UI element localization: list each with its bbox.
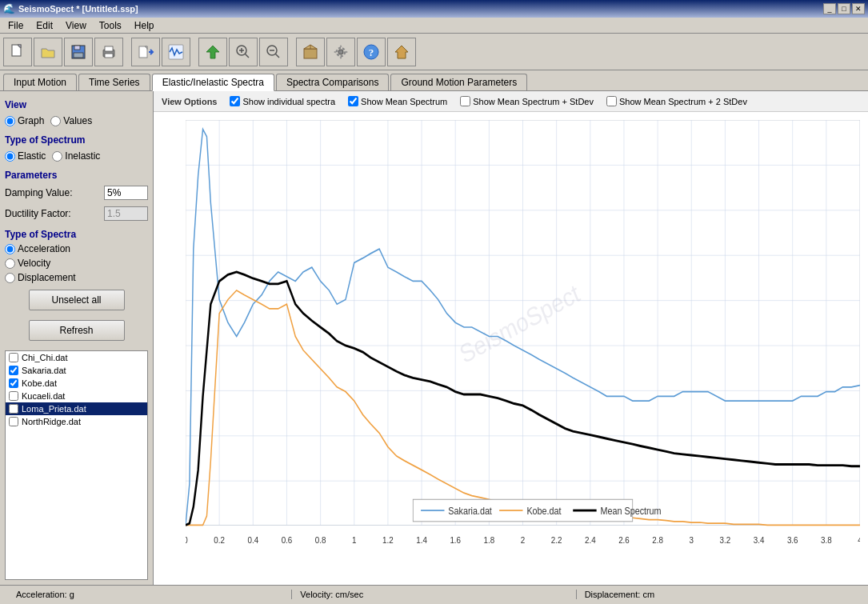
svg-text:2.4: 2.4 bbox=[585, 535, 596, 546]
minimize-button[interactable]: _ bbox=[823, 3, 836, 14]
view-label: View bbox=[5, 99, 148, 110]
acceleration-status: Acceleration: g bbox=[8, 590, 292, 599]
svg-rect-3 bbox=[74, 46, 80, 50]
tab-input-motion[interactable]: Input Motion bbox=[3, 74, 77, 90]
tab-ground-motion[interactable]: Ground Motion Parameters bbox=[390, 74, 527, 90]
acceleration-option[interactable]: Acceleration bbox=[5, 243, 148, 254]
view-values-option[interactable]: Values bbox=[50, 115, 92, 126]
new-button[interactable] bbox=[3, 38, 32, 66]
svg-text:2.2: 2.2 bbox=[551, 535, 562, 546]
svg-text:?: ? bbox=[369, 46, 374, 58]
zoom-out-button[interactable] bbox=[259, 38, 288, 66]
file-sakaria[interactable]: Sakaria.dat bbox=[6, 364, 147, 377]
menu-tools[interactable]: Tools bbox=[93, 18, 128, 33]
svg-text:2.6: 2.6 bbox=[618, 535, 630, 546]
svg-text:2.8: 2.8 bbox=[652, 535, 663, 546]
file-chi-chi-check[interactable] bbox=[9, 353, 18, 362]
svg-text:3.4: 3.4 bbox=[754, 535, 765, 546]
import-button[interactable] bbox=[131, 38, 160, 66]
inelastic-option[interactable]: Inelastic bbox=[52, 150, 100, 162]
velocity-label: Velocity bbox=[18, 258, 50, 269]
file-loma-prieta-label: Loma_Prieta.dat bbox=[22, 404, 86, 414]
svg-line-17 bbox=[276, 54, 280, 58]
displacement-option[interactable]: Displacement bbox=[5, 272, 148, 283]
view-options-bar: View Options Show individual spectra Sho… bbox=[154, 91, 868, 112]
show-mean-stdev-check[interactable] bbox=[460, 96, 470, 106]
refresh-button[interactable]: Refresh bbox=[29, 320, 125, 341]
acceleration-radio[interactable] bbox=[5, 244, 15, 254]
svg-text:0.2: 0.2 bbox=[214, 535, 225, 546]
menu-edit[interactable]: Edit bbox=[30, 18, 59, 33]
file-loma-prieta[interactable]: Loma_Prieta.dat bbox=[6, 402, 147, 415]
file-kucaeli-check[interactable] bbox=[9, 391, 18, 401]
menubar: File Edit View Tools Help bbox=[0, 18, 868, 34]
home-button[interactable] bbox=[387, 38, 416, 66]
print-button[interactable] bbox=[94, 38, 123, 66]
view-values-radio[interactable] bbox=[50, 116, 61, 126]
file-sakaria-check[interactable] bbox=[9, 366, 18, 375]
svg-text:0.4: 0.4 bbox=[247, 535, 258, 546]
close-button[interactable]: ✕ bbox=[852, 3, 865, 14]
inelastic-radio[interactable] bbox=[52, 151, 62, 162]
svg-text:4: 4 bbox=[858, 535, 860, 546]
svg-text:3: 3 bbox=[690, 535, 694, 546]
displacement-radio[interactable] bbox=[5, 273, 15, 283]
file-chi-chi[interactable]: Chi_Chi.dat bbox=[6, 351, 147, 364]
help-button[interactable]: ? bbox=[357, 38, 386, 66]
spectrum-type-label: Type of Spectrum bbox=[5, 134, 148, 146]
show-individual-option[interactable]: Show individual spectra bbox=[230, 96, 335, 106]
tab-spectra-comparisons[interactable]: Spectra Comparisons bbox=[276, 74, 389, 90]
open-button[interactable] bbox=[34, 38, 62, 66]
menu-file[interactable]: File bbox=[2, 18, 30, 33]
settings-button[interactable] bbox=[326, 38, 355, 66]
file-northridge-check[interactable] bbox=[9, 417, 18, 426]
velocity-radio[interactable] bbox=[5, 258, 15, 269]
show-mean-2stdev-option[interactable]: Show Mean Spectrum + 2 StDev bbox=[606, 96, 747, 106]
svg-rect-4 bbox=[74, 53, 83, 58]
file-kobe-check[interactable] bbox=[9, 378, 18, 388]
maximize-button[interactable]: □ bbox=[838, 3, 850, 14]
package-button[interactable] bbox=[296, 38, 325, 66]
file-kobe[interactable]: Kobe.dat bbox=[6, 377, 147, 390]
show-mean-option[interactable]: Show Mean Spectrum bbox=[348, 96, 447, 106]
chart-svg: SeismoSpect 0 0.2 0.4 0.6 0.8 1 1.2 1.4 … bbox=[186, 120, 860, 553]
svg-point-22 bbox=[338, 50, 343, 54]
file-kucaeli[interactable]: Kucaeli.dat bbox=[6, 390, 147, 402]
velocity-option[interactable]: Velocity bbox=[5, 258, 148, 269]
menu-view[interactable]: View bbox=[59, 18, 93, 33]
view-graph-option[interactable]: Graph bbox=[5, 115, 44, 126]
save-button[interactable] bbox=[64, 38, 93, 66]
show-mean-label: Show Mean Spectrum bbox=[361, 97, 447, 106]
right-panel: View Options Show individual spectra Sho… bbox=[154, 91, 868, 585]
svg-rect-7 bbox=[105, 54, 113, 58]
ductility-input[interactable] bbox=[104, 206, 148, 221]
show-mean-stdev-option[interactable]: Show Mean Spectrum + StDev bbox=[460, 96, 594, 106]
svg-text:1.6: 1.6 bbox=[450, 535, 461, 546]
show-mean-2stdev-check[interactable] bbox=[606, 96, 617, 106]
svg-rect-19 bbox=[304, 49, 317, 58]
file-kobe-label: Kobe.dat bbox=[22, 378, 57, 388]
svg-text:3.2: 3.2 bbox=[720, 535, 731, 546]
menu-help[interactable]: Help bbox=[128, 18, 161, 33]
view-graph-radio[interactable] bbox=[5, 116, 15, 126]
spectrum-type-group: Elastic Inelastic bbox=[5, 150, 148, 162]
file-northridge[interactable]: NorthRidge.dat bbox=[6, 415, 147, 428]
show-mean-check[interactable] bbox=[348, 96, 358, 106]
show-individual-check[interactable] bbox=[230, 96, 240, 106]
unselect-all-button[interactable]: Unselect all bbox=[29, 290, 125, 310]
svg-rect-6 bbox=[105, 46, 113, 51]
file-loma-prieta-check[interactable] bbox=[9, 404, 18, 414]
damping-input[interactable] bbox=[104, 186, 148, 200]
svg-text:1.2: 1.2 bbox=[382, 535, 394, 546]
view-options-label: View Options bbox=[162, 97, 217, 106]
zoom-in-button[interactable] bbox=[229, 38, 258, 66]
file-sakaria-label: Sakaria.dat bbox=[22, 366, 66, 375]
elastic-radio[interactable] bbox=[5, 151, 15, 162]
tab-elastic-inelastic[interactable]: Elastic/Inelastic Spectra bbox=[152, 74, 274, 91]
tab-time-series[interactable]: Time Series bbox=[78, 74, 150, 90]
waveform-button[interactable] bbox=[162, 38, 190, 66]
elastic-option[interactable]: Elastic bbox=[5, 150, 46, 162]
app-icon: 🌊 bbox=[3, 3, 15, 14]
export-button[interactable] bbox=[198, 38, 227, 66]
svg-text:Sakaria.dat: Sakaria.dat bbox=[448, 505, 492, 516]
